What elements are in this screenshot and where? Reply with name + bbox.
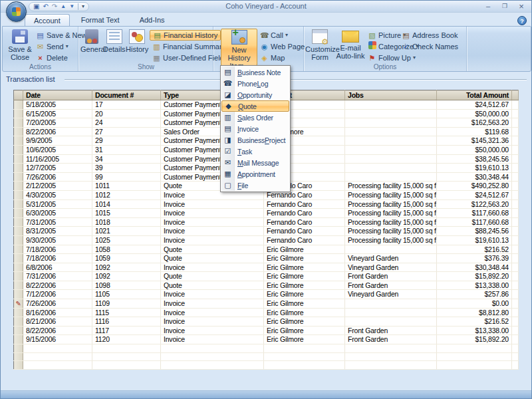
cell-jobs: Processing facility 15,000 sq ft <box>345 209 437 218</box>
general-button[interactable]: General <box>80 29 102 53</box>
send-dropdown-icon: ▾ <box>66 41 68 52</box>
cell-document: 1109 <box>92 299 161 309</box>
help-button[interactable]: ? <box>517 16 527 25</box>
ribbon-group-show: General Details History ▤ Financial Hist… <box>79 27 213 71</box>
categorize-icon <box>368 41 376 52</box>
save-icon[interactable]: ▣ <box>33 3 39 11</box>
table-row[interactable]: 8/22/2006 1117 Invoice Eric Gilmore Fron… <box>14 326 519 335</box>
check-names-button[interactable]: ✓ Check Names <box>402 41 458 52</box>
tab-format-text[interactable]: Format Text <box>72 14 128 26</box>
send-button[interactable]: ✉ Send ▾ <box>36 41 68 52</box>
customize-qat-icon[interactable]: ▾ <box>82 3 84 11</box>
menu-item[interactable]: ▦ Appointment <box>221 168 289 180</box>
table-row[interactable]: 6/8/2006 1092 Invoice Eric Gilmore Viney… <box>14 263 519 272</box>
cell-date: 6/30/2005 <box>23 209 92 218</box>
table-row[interactable]: 6/30/2005 1015 Invoice Fernando Caro Pro… <box>14 209 519 218</box>
restore-button[interactable]: ❐ <box>500 1 509 11</box>
table-row[interactable]: 8/31/2005 1021 Invoice Fernando Caro Pro… <box>14 227 519 236</box>
financial-history-icon: ▤ <box>153 30 162 41</box>
menu-item-icon: ◆ <box>222 101 235 111</box>
cell-date: 8/22/2006 <box>23 326 92 335</box>
email-auto-link-button[interactable]: E-mail Auto-link <box>335 29 366 60</box>
tab-account[interactable]: Account <box>25 14 70 26</box>
cell-type: Invoice <box>161 317 264 327</box>
cell-contact: Eric Gilmore <box>264 326 345 335</box>
redo-icon[interactable]: ↷ <box>52 3 57 11</box>
financial-summary-icon: ▥ <box>152 41 161 52</box>
table-row[interactable]: 8/22/2006 1098 Quote Eric Gilmore Front … <box>14 281 519 290</box>
previous-item-icon[interactable]: ▲ <box>61 3 66 11</box>
web-page-button[interactable]: ◉ Web Page <box>260 41 305 52</box>
minimize-button[interactable]: – <box>483 1 493 11</box>
close-button[interactable]: × <box>517 1 526 11</box>
new-history-item-icon: + <box>231 30 247 45</box>
table-row[interactable]: 8/16/2006 1115 Invoice Eric Gilmore $8,8… <box>14 308 519 317</box>
table-row[interactable]: 7/12/2006 1105 Invoice Eric Gilmore Vine… <box>14 290 519 299</box>
cell-date: 9/30/2005 <box>23 235 92 245</box>
cell-date: 8/21/2006 <box>23 317 92 327</box>
tab-add-ins[interactable]: Add-Ins <box>131 14 174 26</box>
table-row[interactable]: 7/18/2006 1058 Quote Eric Gilmore $216.5… <box>14 245 519 254</box>
history-button[interactable]: History <box>126 29 148 53</box>
cell-date: 5/31/2005 <box>23 200 92 209</box>
cell-document: 1014 <box>92 200 161 209</box>
call-button[interactable]: ☎ Call ▾ <box>260 30 288 41</box>
cell-contact: Fernando Caro <box>264 227 345 236</box>
office-button[interactable] <box>6 1 27 22</box>
office-logo-icon <box>12 7 21 16</box>
table-row[interactable]: 9/30/2005 1025 Invoice Fernando Caro Pro… <box>14 235 519 245</box>
cell-jobs <box>345 164 437 173</box>
cell-jobs <box>345 109 437 118</box>
menu-item[interactable]: ✉ Mail Message <box>221 157 289 168</box>
address-book-button[interactable]: ▤ Address Book <box>402 30 458 41</box>
column-header-date[interactable]: Date <box>23 90 92 100</box>
menu-item[interactable]: ▢ File <box>221 180 289 191</box>
cell-jobs <box>345 317 437 327</box>
new-history-item-button[interactable]: + New History Item ▾ <box>221 29 257 66</box>
cell-contact: Eric Gilmore <box>264 335 345 344</box>
menu-item[interactable]: ☑ Task <box>221 146 289 157</box>
menu-item-icon: ▤ <box>221 66 235 78</box>
table-row[interactable]: 9/15/2006 1120 Invoice Eric Gilmore Fron… <box>14 335 519 344</box>
cell-jobs <box>345 100 437 110</box>
cell-document: 1025 <box>92 235 161 245</box>
column-header-jobs[interactable]: Jobs <box>345 90 437 100</box>
financial-history-button[interactable]: ▤ Financial History <box>150 30 221 41</box>
cell-document: 17 <box>92 100 161 110</box>
record-edit-icon: ✎ <box>15 300 21 307</box>
details-button[interactable]: Details <box>103 29 125 53</box>
map-button[interactable]: ◈ Map <box>260 53 285 63</box>
undo-icon[interactable]: ↶ <box>43 3 48 11</box>
menu-item[interactable]: ◆ Quote <box>221 100 289 112</box>
table-row[interactable]: ✎ 7/26/2006 1109 Invoice Eric Gilmore $0… <box>14 299 519 309</box>
menu-item[interactable]: ▤ Business Note <box>221 66 289 78</box>
menu-item[interactable]: ◨ Business Project <box>221 134 289 146</box>
menu-item[interactable]: ◪ Opportunity <box>221 89 289 100</box>
table-row[interactable]: 8/21/2006 1116 Invoice Eric Gilmore $216… <box>14 317 519 327</box>
menu-item[interactable]: ▤ Invoice <box>221 123 289 134</box>
follow-up-button[interactable]: ⚑ Follow Up ▾ <box>368 53 416 63</box>
delete-button[interactable]: × Delete <box>36 53 68 63</box>
cell-type: Invoice <box>161 200 264 209</box>
column-header-total-amount[interactable]: Total Amount <box>437 90 512 100</box>
menu-item[interactable]: ☎ Phone Log <box>221 78 289 89</box>
column-header-document[interactable]: Document # <box>92 90 161 100</box>
save-close-button[interactable]: Save & Close <box>5 29 35 61</box>
call-dropdown-icon: ▾ <box>285 30 288 41</box>
cell-total-amount: $24,512.67 <box>437 100 512 110</box>
web-page-icon: ◉ <box>260 41 269 52</box>
cell-contact: Fernando Caro <box>264 217 345 227</box>
cell-date: 2/12/2005 <box>23 182 92 191</box>
customize-form-button[interactable]: ⚙ Customize Form <box>305 29 334 61</box>
table-row[interactable]: 5/31/2005 1014 Invoice Fernando Caro Pro… <box>14 200 519 209</box>
menu-item[interactable]: ▥ Sales Order <box>221 112 289 123</box>
table-row[interactable]: 7/18/2006 1059 Quote Eric Gilmore Vineya… <box>14 254 519 263</box>
table-row[interactable]: 7/31/2006 1092 Quote Eric Gilmore Front … <box>14 272 519 281</box>
table-row[interactable]: 7/31/2005 1018 Invoice Fernando Caro Pro… <box>14 217 519 227</box>
cell-contact: Fernando Caro <box>264 200 345 209</box>
cell-total-amount: $15,892.20 <box>437 335 512 344</box>
cell-type: Invoice <box>161 227 264 236</box>
next-item-icon[interactable]: ▼ <box>69 3 74 11</box>
cell-jobs <box>345 308 437 317</box>
picture-button[interactable]: ▧ Picture ▾ <box>368 30 406 41</box>
